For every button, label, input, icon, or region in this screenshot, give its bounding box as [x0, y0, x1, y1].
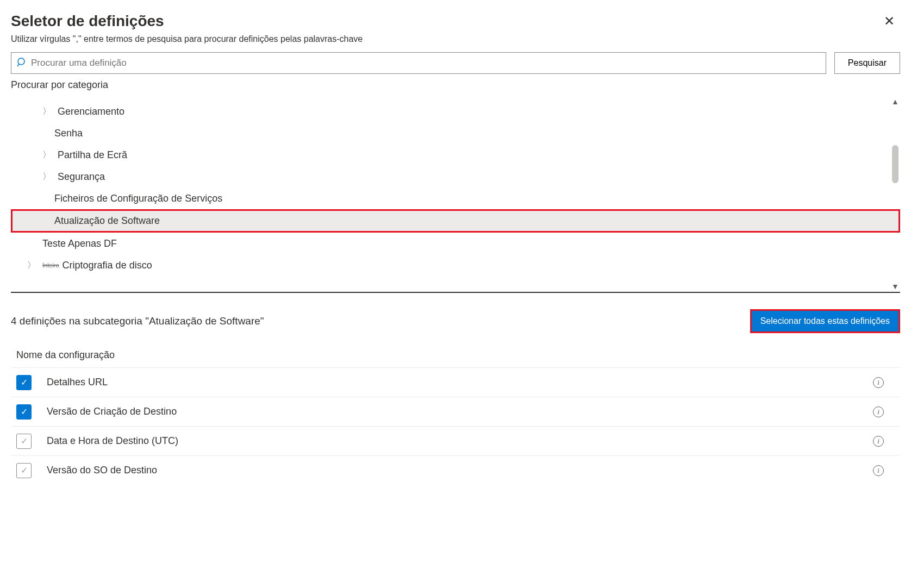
- checkmark-icon: ✓: [21, 406, 28, 417]
- tree-item-label: Segurança: [58, 171, 105, 183]
- tree-item-label: Gerenciamento: [58, 106, 124, 117]
- column-header-name: Nome da configuração: [11, 349, 900, 367]
- svg-point-0: [18, 58, 24, 65]
- chevron-right-icon: 〉: [42, 149, 53, 161]
- tree-item-atualizacao-software[interactable]: Atualização de Software: [11, 209, 900, 233]
- setting-row[interactable]: ✓ Detalhes URL i: [11, 367, 900, 397]
- tree-item-gerenciamento[interactable]: 〉 Gerenciamento: [11, 101, 900, 122]
- tree-item-label: Senha: [54, 128, 83, 139]
- tree-item-seguranca[interactable]: 〉 Segurança: [11, 166, 900, 187]
- tree-item-teste-apenas-df[interactable]: Teste Apenas DF: [11, 233, 900, 254]
- setting-row[interactable]: ✓ Versão do SO de Destino i: [11, 455, 900, 485]
- search-button[interactable]: Pesquisar: [834, 52, 900, 74]
- scroll-up-icon[interactable]: ▲: [890, 96, 900, 107]
- section-divider: [11, 292, 900, 293]
- setting-label: Versão de Criação de Destino: [47, 406, 873, 417]
- dialog-title: Seletor de definições: [11, 12, 164, 30]
- checkmark-icon: ✓: [21, 436, 28, 446]
- setting-label: Versão do SO de Destino: [47, 465, 873, 476]
- scrollbar[interactable]: ▲ ▼: [890, 96, 900, 292]
- results-count-label: 4 definições na subcategoria "Atualizaçã…: [11, 315, 264, 327]
- svg-line-2: [17, 64, 19, 66]
- setting-row[interactable]: ✓ Versão de Criação de Destino i: [11, 397, 900, 426]
- scroll-thumb[interactable]: [892, 145, 898, 183]
- close-icon: ✕: [884, 14, 895, 28]
- browse-category-label: Procurar por categoria: [11, 79, 900, 91]
- tree-item-ficheiros-config[interactable]: Ficheiros de Configuração de Serviços: [11, 187, 900, 209]
- tree-item-senha[interactable]: Senha: [11, 122, 900, 144]
- search-icon: [17, 57, 27, 70]
- chevron-right-icon: 〉: [42, 106, 53, 117]
- setting-checkbox[interactable]: ✓: [16, 375, 32, 390]
- tree-item-partilha-ecra[interactable]: 〉 Partilha de Ecrã: [11, 144, 900, 166]
- tree-item-label: Atualização de Software: [54, 215, 160, 227]
- setting-checkbox[interactable]: ✓: [16, 434, 32, 449]
- tree-item-label: Teste Apenas DF: [42, 238, 117, 249]
- search-input[interactable]: [31, 58, 820, 68]
- info-icon[interactable]: i: [873, 377, 884, 388]
- chevron-right-icon: 〉: [42, 171, 53, 183]
- search-box[interactable]: [11, 52, 826, 74]
- tree-item-criptografia-disco[interactable]: 〉 Inteiro Criptografia de disco: [11, 254, 900, 276]
- info-icon[interactable]: i: [873, 406, 884, 417]
- chevron-right-icon: 〉: [27, 260, 38, 271]
- tree-item-label: Ficheiros de Configuração de Serviços: [54, 193, 222, 204]
- info-icon[interactable]: i: [873, 436, 884, 447]
- checkmark-icon: ✓: [21, 465, 28, 476]
- scroll-down-icon[interactable]: ▼: [890, 281, 900, 292]
- dialog-subtitle: Utilizar vírgulas "," entre termos de pe…: [11, 34, 900, 44]
- close-button[interactable]: ✕: [878, 11, 900, 32]
- tree-item-label: Partilha de Ecrã: [58, 149, 127, 161]
- category-tree: 〉 Gerenciamento Senha 〉 Partilha de Ecrã…: [11, 96, 900, 276]
- setting-row[interactable]: ✓ Data e Hora de Destino (UTC) i: [11, 426, 900, 455]
- tree-item-prefix: Inteiro: [42, 262, 59, 268]
- info-icon[interactable]: i: [873, 465, 884, 476]
- checkmark-icon: ✓: [21, 377, 28, 387]
- setting-checkbox[interactable]: ✓: [16, 463, 32, 478]
- setting-label: Data e Hora de Destino (UTC): [47, 435, 873, 447]
- tree-item-label: Criptografia de disco: [63, 260, 152, 271]
- setting-checkbox[interactable]: ✓: [16, 404, 32, 420]
- setting-label: Detalhes URL: [47, 377, 873, 388]
- select-all-button[interactable]: Selecionar todas estas definições: [750, 309, 900, 333]
